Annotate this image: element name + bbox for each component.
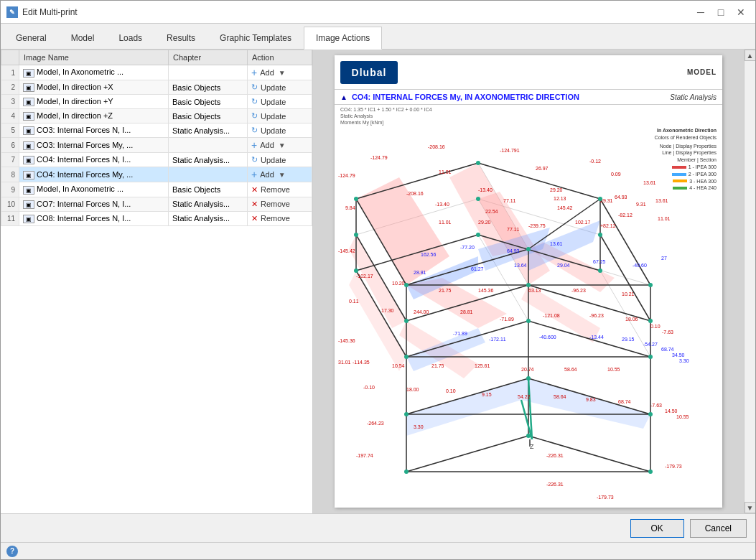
col-image-name: Image Name — [19, 50, 169, 65]
svg-point-181 — [526, 247, 531, 251]
maximize-button[interactable]: □ — [712, 5, 729, 19]
ok-button[interactable]: OK — [630, 519, 684, 538]
table-row[interactable]: 6▣CO3: Internal Forces My, ...+Add▼ — [1, 138, 312, 153]
row-number: 8 — [1, 167, 19, 182]
svg-line-56 — [600, 199, 650, 285]
svg-point-184 — [526, 283, 531, 287]
scroll-up-button[interactable]: ▲ — [745, 50, 756, 61]
svg-text:244.00: 244.00 — [414, 309, 429, 314]
svg-point-179 — [598, 269, 602, 273]
table-row[interactable]: 5▣CO3: Internal Forces N, I...Static Ana… — [1, 123, 312, 138]
table-row[interactable]: 4▣Model, In direction +ZBasic Objects↻Up… — [1, 109, 312, 123]
table-row[interactable]: 2▣Model, In direction +XBasic Objects↻Up… — [1, 80, 312, 95]
minimize-button[interactable]: ─ — [692, 5, 709, 19]
svg-point-180 — [404, 283, 409, 287]
table-row[interactable]: 8▣CO4: Internal Forces My, ...+Add▼ — [1, 167, 312, 182]
action-cell[interactable]: ↻Update — [248, 123, 312, 138]
svg-text:9.31: 9.31 — [636, 202, 646, 207]
image-name-cell: ▣CO4: Internal Forces My, ... — [19, 167, 169, 182]
svg-point-191 — [648, 412, 653, 416]
right-panel: ▲ ▼ Dlubal MODEL — [313, 50, 755, 513]
action-dropdown[interactable]: ▼ — [277, 69, 287, 77]
svg-text:-226.31: -226.31 — [546, 482, 564, 487]
svg-text:18.00: 18.00 — [406, 387, 419, 392]
svg-text:145.42: 145.42 — [557, 205, 573, 210]
svg-text:10.21: 10.21 — [622, 291, 635, 297]
svg-text:102.17: 102.17 — [575, 220, 591, 225]
row-number: 7 — [1, 153, 19, 167]
table-row[interactable]: 11▣CO8: Internal Forces N, I...Static An… — [1, 211, 312, 225]
action-cell[interactable]: +Add▼ — [248, 65, 312, 80]
svg-text:-0.12: -0.12 — [589, 159, 601, 164]
tab-model[interactable]: Model — [59, 27, 107, 49]
svg-text:0.09: 0.09 — [611, 172, 621, 177]
svg-text:10.54: 10.54 — [392, 363, 405, 368]
svg-point-189 — [404, 412, 409, 416]
diagram-header: Dlubal MODEL — [335, 55, 722, 90]
tab-graphic-templates[interactable]: Graphic Templates — [207, 27, 304, 49]
svg-text:-145.36: -145.36 — [338, 338, 355, 343]
z-axis-label: Z — [530, 443, 534, 450]
structure-diagram: -124.79 -208.16 -124.791 -0.12 11.01 26.… — [335, 134, 722, 508]
col-num — [1, 50, 19, 65]
image-name: CO3: Internal Forces My, ... — [37, 141, 133, 149]
image-name-cell: ▣CO4: Internal Forces N, I... — [19, 153, 169, 167]
action-cell[interactable]: +Add▼ — [248, 138, 312, 153]
table-row[interactable]: 3▣Model, In direction +YBasic Objects↻Up… — [1, 95, 312, 109]
image-name: Model, In Axonometric ... — [37, 185, 123, 193]
svg-text:-226.31: -226.31 — [546, 453, 564, 458]
row-number: 4 — [1, 109, 19, 123]
image-name-cell: ▣CO8: Internal Forces N, I... — [19, 211, 169, 225]
cancel-button[interactable]: Cancel — [690, 519, 747, 538]
tab-results[interactable]: Results — [154, 27, 207, 49]
action-cell[interactable]: ↻Update — [248, 109, 312, 123]
tab-general[interactable]: General — [4, 27, 59, 49]
image-icon: ▣ — [23, 98, 34, 106]
svg-text:-124.79: -124.79 — [370, 155, 388, 160]
table-row[interactable]: 7▣CO4: Internal Forces N, I...Static Ana… — [1, 153, 312, 167]
svg-text:29.20: 29.20 — [550, 187, 563, 192]
image-name-cell: ▣Model, In direction +Y — [19, 95, 169, 109]
svg-line-71 — [406, 436, 528, 472]
action-cell[interactable]: ✕Remove — [248, 182, 312, 197]
svg-point-188 — [648, 355, 653, 359]
images-table: Image Name Chapter Action 1▣Model, In Ax… — [1, 50, 312, 226]
table-row[interactable]: 10▣CO7: Internal Forces N, I...Static An… — [1, 197, 312, 211]
action-cell[interactable]: ↻Update — [248, 80, 312, 95]
svg-text:13.61: 13.61 — [655, 198, 668, 203]
svg-text:-0.10: -0.10 — [363, 385, 375, 390]
table-container: Image Name Chapter Action 1▣Model, In Ax… — [1, 50, 312, 513]
table-row[interactable]: 1▣Model, In Axonometric ...+Add▼ — [1, 65, 312, 80]
action-cell[interactable]: +Add▼ — [248, 167, 312, 182]
tab-image-actions[interactable]: Image Actions — [304, 27, 382, 50]
close-button[interactable]: ✕ — [732, 5, 750, 19]
remove-icon: ✕ — [251, 214, 258, 223]
action-dropdown[interactable]: ▼ — [277, 171, 287, 179]
svg-text:22.54: 22.54 — [485, 209, 498, 214]
image-name-cell: ▣Model, In direction +Z — [19, 109, 169, 123]
action-cell[interactable]: ↻Update — [248, 153, 312, 167]
svg-text:-82.12: -82.12 — [618, 213, 633, 218]
action-cell[interactable]: ✕Remove — [248, 211, 312, 225]
svg-text:145.36: 145.36 — [478, 288, 494, 293]
svg-text:-145.42: -145.42 — [338, 248, 355, 253]
svg-text:10.20: 10.20 — [392, 281, 405, 286]
chapter-cell: Basic Objects — [169, 109, 248, 123]
scroll-down-button[interactable]: ▼ — [745, 502, 756, 513]
image-name-cell: ▣Model, In Axonometric ... — [19, 65, 169, 80]
svg-text:13.61: 13.61 — [643, 180, 656, 185]
svg-text:13.61: 13.61 — [550, 241, 563, 246]
action-cell[interactable]: ↻Update — [248, 95, 312, 109]
svg-text:34.50: 34.50 — [672, 353, 685, 358]
table-row[interactable]: 9▣Model, In Axonometric ...Basic Objects… — [1, 182, 312, 197]
action-cell[interactable]: ✕Remove — [248, 197, 312, 211]
action-dropdown[interactable]: ▼ — [277, 141, 287, 149]
action-label: Remove — [261, 185, 290, 194]
tab-loads[interactable]: Loads — [106, 27, 154, 49]
svg-text:0.11: 0.11 — [349, 299, 359, 304]
add-icon: + — [251, 139, 257, 151]
svg-point-182 — [648, 283, 653, 287]
chapter-cell: Basic Objects — [169, 95, 248, 109]
svg-text:-54.27: -54.27 — [643, 342, 658, 347]
svg-text:54.22: 54.22 — [518, 394, 531, 399]
